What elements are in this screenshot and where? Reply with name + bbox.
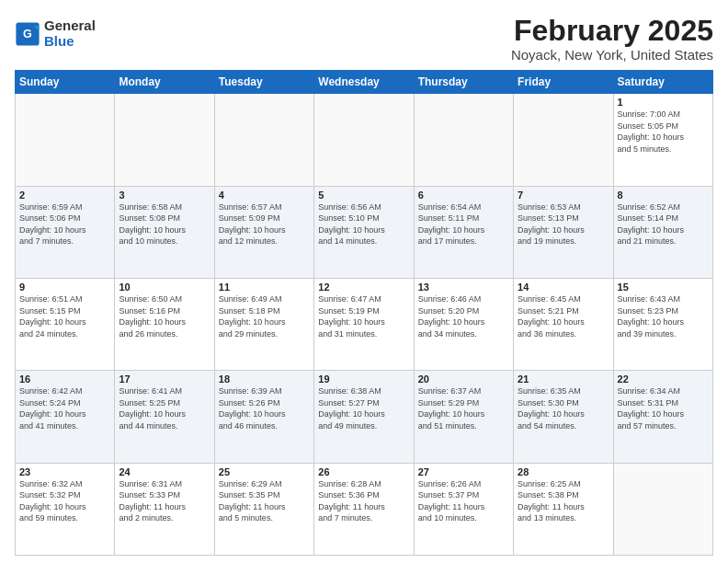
day-info: Sunrise: 6:34 AM Sunset: 5:31 PM Dayligh… bbox=[618, 385, 709, 431]
calendar-title: February 2025 bbox=[511, 15, 713, 47]
day-number: 8 bbox=[618, 190, 709, 201]
day-number: 7 bbox=[518, 190, 609, 201]
calendar-week-0: 1Sunrise: 7:00 AM Sunset: 5:05 PM Daylig… bbox=[16, 94, 713, 186]
day-number: 28 bbox=[518, 466, 609, 477]
day-info: Sunrise: 6:51 AM Sunset: 5:15 PM Dayligh… bbox=[19, 293, 110, 339]
table-row: 14Sunrise: 6:45 AM Sunset: 5:21 PM Dayli… bbox=[514, 278, 613, 370]
logo-blue-text: Blue bbox=[44, 34, 96, 50]
header-saturday: Saturday bbox=[613, 71, 712, 94]
day-info: Sunrise: 6:31 AM Sunset: 5:33 PM Dayligh… bbox=[119, 478, 210, 524]
table-row bbox=[214, 94, 313, 186]
table-row: 23Sunrise: 6:32 AM Sunset: 5:32 PM Dayli… bbox=[16, 463, 115, 555]
table-row: 2Sunrise: 6:59 AM Sunset: 5:06 PM Daylig… bbox=[16, 186, 115, 278]
day-number: 3 bbox=[119, 190, 210, 201]
logo-general-text: General bbox=[44, 18, 96, 34]
day-number: 11 bbox=[219, 282, 310, 293]
table-row: 18Sunrise: 6:39 AM Sunset: 5:26 PM Dayli… bbox=[214, 371, 313, 463]
header-tuesday: Tuesday bbox=[214, 71, 313, 94]
day-info: Sunrise: 6:25 AM Sunset: 5:38 PM Dayligh… bbox=[518, 478, 609, 524]
day-number: 12 bbox=[318, 282, 409, 293]
day-number: 17 bbox=[119, 373, 210, 385]
table-row: 5Sunrise: 6:56 AM Sunset: 5:10 PM Daylig… bbox=[314, 186, 414, 278]
header-monday: Monday bbox=[115, 71, 214, 94]
day-number: 22 bbox=[618, 373, 709, 385]
table-row: 7Sunrise: 6:53 AM Sunset: 5:13 PM Daylig… bbox=[514, 186, 613, 278]
day-info: Sunrise: 6:38 AM Sunset: 5:27 PM Dayligh… bbox=[318, 385, 409, 431]
table-row: 3Sunrise: 6:58 AM Sunset: 5:08 PM Daylig… bbox=[115, 186, 214, 278]
day-info: Sunrise: 6:28 AM Sunset: 5:36 PM Dayligh… bbox=[318, 478, 409, 524]
header-sunday: Sunday bbox=[16, 71, 115, 94]
table-row: 20Sunrise: 6:37 AM Sunset: 5:29 PM Dayli… bbox=[414, 371, 513, 463]
table-row: 17Sunrise: 6:41 AM Sunset: 5:25 PM Dayli… bbox=[115, 371, 214, 463]
table-row: 6Sunrise: 6:54 AM Sunset: 5:11 PM Daylig… bbox=[414, 186, 513, 278]
day-number: 18 bbox=[219, 373, 310, 385]
day-info: Sunrise: 6:50 AM Sunset: 5:16 PM Dayligh… bbox=[119, 293, 210, 339]
day-info: Sunrise: 6:26 AM Sunset: 5:37 PM Dayligh… bbox=[418, 478, 509, 524]
header-friday: Friday bbox=[514, 71, 613, 94]
table-row bbox=[115, 94, 214, 186]
table-row: 11Sunrise: 6:49 AM Sunset: 5:18 PM Dayli… bbox=[214, 278, 313, 370]
table-row: 19Sunrise: 6:38 AM Sunset: 5:27 PM Dayli… bbox=[314, 371, 414, 463]
day-number: 25 bbox=[219, 466, 310, 477]
calendar-week-4: 23Sunrise: 6:32 AM Sunset: 5:32 PM Dayli… bbox=[16, 463, 713, 555]
day-info: Sunrise: 6:54 AM Sunset: 5:11 PM Dayligh… bbox=[418, 201, 509, 247]
table-row bbox=[613, 463, 712, 555]
calendar-week-1: 2Sunrise: 6:59 AM Sunset: 5:06 PM Daylig… bbox=[16, 186, 713, 278]
page: G General Blue February 2025 Noyack, New… bbox=[0, 0, 728, 563]
table-row: 21Sunrise: 6:35 AM Sunset: 5:30 PM Dayli… bbox=[514, 371, 613, 463]
day-number: 15 bbox=[618, 282, 709, 293]
table-row: 4Sunrise: 6:57 AM Sunset: 5:09 PM Daylig… bbox=[214, 186, 313, 278]
header: G General Blue February 2025 Noyack, New… bbox=[15, 15, 713, 63]
day-info: Sunrise: 6:37 AM Sunset: 5:29 PM Dayligh… bbox=[418, 385, 509, 431]
svg-text:G: G bbox=[23, 28, 32, 40]
day-number: 1 bbox=[618, 97, 709, 108]
table-row: 16Sunrise: 6:42 AM Sunset: 5:24 PM Dayli… bbox=[16, 371, 115, 463]
title-block: February 2025 Noyack, New York, United S… bbox=[511, 15, 713, 63]
header-thursday: Thursday bbox=[414, 71, 513, 94]
day-number: 14 bbox=[518, 282, 609, 293]
day-number: 24 bbox=[119, 466, 210, 477]
calendar-subtitle: Noyack, New York, United States bbox=[511, 47, 713, 63]
day-info: Sunrise: 6:59 AM Sunset: 5:06 PM Dayligh… bbox=[19, 201, 110, 247]
day-info: Sunrise: 6:41 AM Sunset: 5:25 PM Dayligh… bbox=[119, 385, 210, 431]
day-number: 20 bbox=[418, 373, 509, 385]
day-number: 4 bbox=[219, 190, 310, 201]
table-row: 8Sunrise: 6:52 AM Sunset: 5:14 PM Daylig… bbox=[613, 186, 712, 278]
day-number: 2 bbox=[19, 190, 110, 201]
day-number: 23 bbox=[19, 466, 110, 477]
day-number: 26 bbox=[318, 466, 409, 477]
table-row: 26Sunrise: 6:28 AM Sunset: 5:36 PM Dayli… bbox=[314, 463, 414, 555]
calendar-week-3: 16Sunrise: 6:42 AM Sunset: 5:24 PM Dayli… bbox=[16, 371, 713, 463]
day-info: Sunrise: 6:57 AM Sunset: 5:09 PM Dayligh… bbox=[219, 201, 310, 247]
day-number: 9 bbox=[19, 282, 110, 293]
table-row: 24Sunrise: 6:31 AM Sunset: 5:33 PM Dayli… bbox=[115, 463, 214, 555]
table-row: 27Sunrise: 6:26 AM Sunset: 5:37 PM Dayli… bbox=[414, 463, 513, 555]
table-row: 1Sunrise: 7:00 AM Sunset: 5:05 PM Daylig… bbox=[613, 94, 712, 186]
logo: G General Blue bbox=[15, 18, 96, 49]
day-number: 10 bbox=[119, 282, 210, 293]
table-row: 25Sunrise: 6:29 AM Sunset: 5:35 PM Dayli… bbox=[214, 463, 313, 555]
logo-icon: G bbox=[15, 21, 40, 47]
table-row: 9Sunrise: 6:51 AM Sunset: 5:15 PM Daylig… bbox=[16, 278, 115, 370]
day-info: Sunrise: 6:35 AM Sunset: 5:30 PM Dayligh… bbox=[518, 385, 609, 431]
day-info: Sunrise: 6:56 AM Sunset: 5:10 PM Dayligh… bbox=[318, 201, 409, 247]
calendar-table: Sunday Monday Tuesday Wednesday Thursday… bbox=[15, 70, 713, 556]
day-info: Sunrise: 6:46 AM Sunset: 5:20 PM Dayligh… bbox=[418, 293, 509, 339]
table-row: 28Sunrise: 6:25 AM Sunset: 5:38 PM Dayli… bbox=[514, 463, 613, 555]
day-info: Sunrise: 6:47 AM Sunset: 5:19 PM Dayligh… bbox=[318, 293, 409, 339]
day-info: Sunrise: 6:39 AM Sunset: 5:26 PM Dayligh… bbox=[219, 385, 310, 431]
day-info: Sunrise: 6:42 AM Sunset: 5:24 PM Dayligh… bbox=[19, 385, 110, 431]
day-number: 6 bbox=[418, 190, 509, 201]
day-info: Sunrise: 6:45 AM Sunset: 5:21 PM Dayligh… bbox=[518, 293, 609, 339]
day-info: Sunrise: 6:32 AM Sunset: 5:32 PM Dayligh… bbox=[19, 478, 110, 524]
table-row: 15Sunrise: 6:43 AM Sunset: 5:23 PM Dayli… bbox=[613, 278, 712, 370]
header-wednesday: Wednesday bbox=[314, 71, 414, 94]
table-row bbox=[414, 94, 513, 186]
table-row: 12Sunrise: 6:47 AM Sunset: 5:19 PM Dayli… bbox=[314, 278, 414, 370]
day-info: Sunrise: 6:53 AM Sunset: 5:13 PM Dayligh… bbox=[518, 201, 609, 247]
table-row bbox=[314, 94, 414, 186]
table-row: 22Sunrise: 6:34 AM Sunset: 5:31 PM Dayli… bbox=[613, 371, 712, 463]
calendar-header-row: Sunday Monday Tuesday Wednesday Thursday… bbox=[16, 71, 713, 94]
day-number: 13 bbox=[418, 282, 509, 293]
day-number: 21 bbox=[518, 373, 609, 385]
